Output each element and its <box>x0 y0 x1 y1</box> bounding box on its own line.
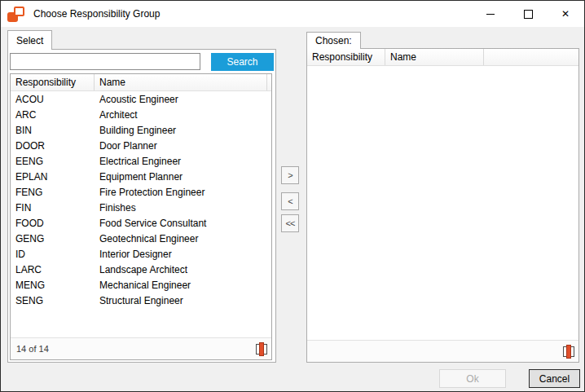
app-icon-front-square <box>14 7 24 16</box>
app-icon <box>7 7 24 22</box>
table-cell: Finishes <box>95 202 267 214</box>
column-header-name[interactable]: Name <box>95 74 267 90</box>
table-cell: Mechanical Engineer <box>95 280 267 291</box>
close-icon: ✕ <box>561 9 570 19</box>
window-controls: ✕ <box>472 1 584 27</box>
table-cell: EENG <box>11 156 95 167</box>
chosen-rows <box>307 66 578 340</box>
minimize-button[interactable] <box>472 1 509 27</box>
maximize-button[interactable] <box>509 1 547 27</box>
ok-button[interactable]: Ok <box>439 369 506 388</box>
chosen-panel: Responsibility Name <box>306 48 579 363</box>
column-bar-middle <box>566 345 571 359</box>
tab-select[interactable]: Select <box>7 30 52 50</box>
table-cell: ARC <box>11 109 95 121</box>
column-header-empty <box>484 49 578 65</box>
table-cell: Equipment Planner <box>95 171 267 183</box>
table-cell: FOOD <box>11 218 95 229</box>
column-header-responsibility[interactable]: Responsibility <box>307 49 385 65</box>
column-header-name[interactable]: Name <box>385 49 484 65</box>
table-cell: GENG <box>11 233 95 244</box>
titlebar: Choose Responsibility Group ✕ <box>1 1 584 27</box>
grid-footer <box>307 340 578 362</box>
table-row[interactable]: FENGFire Protection Engineer <box>11 184 271 200</box>
table-row[interactable]: IDInterior Designer <box>11 246 271 262</box>
window-title: Choose Responsibility Group <box>33 8 160 20</box>
table-row[interactable]: SENGStructural Engineer <box>11 293 271 308</box>
tab-chosen[interactable]: Chosen: <box>306 32 361 49</box>
maximize-icon <box>524 10 533 19</box>
table-cell: Structural Engineer <box>95 295 267 306</box>
table-cell: LARC <box>11 264 95 275</box>
table-cell: DOOR <box>11 140 95 152</box>
move-all-left-button[interactable]: << <box>281 214 299 232</box>
table-cell: Acoustic Engineer <box>95 94 267 105</box>
table-cell: Interior Designer <box>95 249 267 260</box>
table-row[interactable]: MENGMechanical Engineer <box>11 277 271 293</box>
table-cell: Architect <box>95 109 267 121</box>
record-count: 14 of 14 <box>16 344 49 354</box>
column-chooser-icon[interactable] <box>563 345 574 358</box>
table-row[interactable]: FOODFood Service Consultant <box>11 215 271 231</box>
table-cell: MENG <box>11 280 95 291</box>
table-cell: Electrical Engineer <box>95 156 267 167</box>
table-cell: Door Planner <box>95 140 267 152</box>
table-cell: SENG <box>11 295 95 306</box>
column-header-empty <box>267 74 271 90</box>
table-row[interactable]: GENGGeotechnical Engineer <box>11 231 271 246</box>
table-cell: Food Service Consultant <box>95 218 267 229</box>
grid-footer: 14 of 14 <box>11 337 271 359</box>
column-bar-middle <box>259 342 264 356</box>
table-cell: Landscape Architect <box>95 264 267 275</box>
move-right-button[interactable]: > <box>281 166 299 184</box>
table-cell: FENG <box>11 187 95 198</box>
grid-header: Responsibility Name <box>307 49 578 66</box>
select-panel: Search Responsibility Name ACOUAcoustic … <box>7 49 276 363</box>
table-row[interactable]: EPLANEquipment Planner <box>11 169 271 184</box>
table-cell: Geotechnical Engineer <box>95 233 267 244</box>
grid-header: Responsibility Name <box>11 74 271 91</box>
table-cell: EPLAN <box>11 171 95 183</box>
search-button[interactable]: Search <box>211 53 274 71</box>
table-row[interactable]: EENGElectrical Engineer <box>11 153 271 169</box>
move-left-button[interactable]: < <box>281 192 299 210</box>
column-header-responsibility[interactable]: Responsibility <box>11 74 95 90</box>
choose-responsibility-group-dialog: Choose Responsibility Group ✕ Select Sea… <box>0 0 585 392</box>
available-rows: ACOUAcoustic EngineerARCArchitectBINBuil… <box>11 91 271 337</box>
chosen-responsibilities-grid: Responsibility Name <box>307 49 578 362</box>
table-row[interactable]: LARCLandscape Architect <box>11 262 271 277</box>
search-input[interactable] <box>10 53 200 70</box>
table-row[interactable]: DOORDoor Planner <box>11 138 271 153</box>
column-chooser-icon[interactable] <box>256 342 267 355</box>
minimize-icon <box>486 14 495 15</box>
table-cell: ID <box>11 249 95 260</box>
table-cell: BIN <box>11 125 95 136</box>
available-responsibilities-grid: Responsibility Name ACOUAcoustic Enginee… <box>10 73 272 360</box>
table-cell: FIN <box>11 202 95 214</box>
table-row[interactable]: ARCArchitect <box>11 107 271 122</box>
table-cell: ACOU <box>11 94 95 105</box>
table-cell: Building Engineer <box>95 125 267 136</box>
table-row[interactable]: BINBuilding Engineer <box>11 122 271 138</box>
table-cell: Fire Protection Engineer <box>95 187 267 198</box>
cancel-button[interactable]: Cancel <box>529 369 580 388</box>
table-row[interactable]: ACOUAcoustic Engineer <box>11 91 271 107</box>
table-row[interactable]: FINFinishes <box>11 200 271 215</box>
close-button[interactable]: ✕ <box>547 1 584 27</box>
